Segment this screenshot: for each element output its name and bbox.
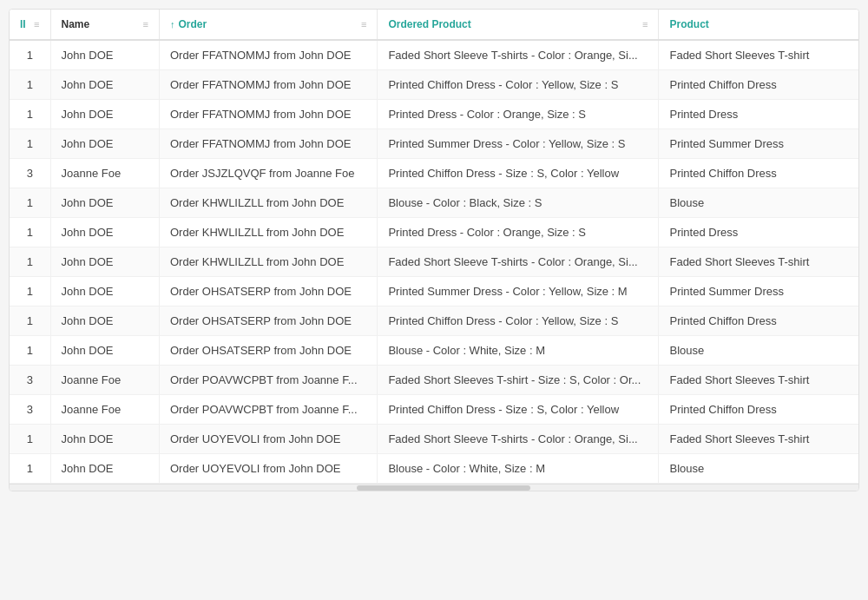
cell-id: 1 (10, 307, 50, 336)
cell-product: Printed Chiffon Dress (659, 395, 858, 425)
cell-order: Order OHSATSERP from John DOE (159, 336, 377, 366)
cell-name: John DOE (50, 218, 159, 247)
horizontal-scrollbar[interactable] (10, 484, 858, 491)
cell-name: Joanne Foe (50, 395, 159, 425)
scrollbar-thumb[interactable] (357, 485, 530, 491)
cell-product: Printed Chiffon Dress (659, 307, 858, 336)
col-order-header[interactable]: ↑ Order ≡ (159, 10, 377, 40)
cell-ordered-product: Printed Chiffon Dress - Color : Yellow, … (378, 70, 659, 100)
cell-order: Order KHWLILZLL from John DOE (159, 247, 377, 277)
table-header-row: II ≡ Name ≡ ↑ Order ≡ (10, 10, 858, 40)
cell-product: Blouse (659, 454, 858, 484)
cell-name: John DOE (50, 129, 159, 159)
cell-id: 1 (10, 425, 50, 454)
cell-id: 1 (10, 218, 50, 247)
cell-ordered-product: Printed Chiffon Dress - Size : S, Color … (378, 395, 659, 425)
cell-order: Order FFATNOMMJ from John DOE (159, 129, 377, 159)
table-row: 1John DOEOrder UOYEVOLI from John DOEFad… (10, 425, 858, 454)
table-row: 1John DOEOrder KHWLILZLL from John DOEFa… (10, 247, 858, 277)
cell-id: 3 (10, 395, 50, 425)
cell-product: Printed Summer Dress (659, 129, 858, 159)
cell-order: Order FFATNOMMJ from John DOE (159, 70, 377, 100)
id-header-label: II (20, 18, 26, 30)
table-row: 1John DOEOrder FFATNOMMJ from John DOEPr… (10, 100, 858, 129)
cell-id: 1 (10, 70, 50, 100)
cell-product: Faded Short Sleeves T-shirt (659, 366, 858, 395)
data-table: II ≡ Name ≡ ↑ Order ≡ (9, 9, 859, 491)
cell-ordered-product: Printed Dress - Color : Orange, Size : S (378, 100, 659, 129)
table-row: 1John DOEOrder FFATNOMMJ from John DOEPr… (10, 70, 858, 100)
cell-name: John DOE (50, 277, 159, 307)
cell-product: Printed Dress (659, 218, 858, 247)
cell-name: John DOE (50, 188, 159, 218)
order-filter-icon[interactable]: ≡ (361, 19, 366, 30)
cell-product: Printed Chiffon Dress (659, 159, 858, 188)
col-name-header[interactable]: Name ≡ (50, 10, 159, 40)
name-filter-icon[interactable]: ≡ (143, 19, 148, 30)
cell-id: 1 (10, 188, 50, 218)
cell-id: 1 (10, 277, 50, 307)
cell-name: John DOE (50, 336, 159, 366)
cell-ordered-product: Printed Chiffon Dress - Size : S, Color … (378, 159, 659, 188)
cell-order: Order UOYEVOLI from John DOE (159, 454, 377, 484)
cell-product: Blouse (659, 188, 858, 218)
cell-name: Joanne Foe (50, 366, 159, 395)
table-row: 1John DOEOrder UOYEVOLI from John DOEBlo… (10, 454, 858, 484)
table-row: 3Joanne FoeOrder JSJZLQVQF from Joanne F… (10, 159, 858, 188)
col-id-header[interactable]: II ≡ (10, 10, 50, 40)
cell-name: John DOE (50, 40, 159, 70)
cell-id: 1 (10, 454, 50, 484)
cell-product: Printed Dress (659, 100, 858, 129)
order-sort-icon[interactable]: ↑ (170, 19, 175, 30)
table-row: 1John DOEOrder KHWLILZLL from John DOEPr… (10, 218, 858, 247)
col-product-header[interactable]: Product (659, 10, 858, 40)
cell-product: Blouse (659, 336, 858, 366)
cell-name: John DOE (50, 247, 159, 277)
cell-ordered-product: Printed Summer Dress - Color : Yellow, S… (378, 277, 659, 307)
table-row: 3Joanne FoeOrder POAVWCPBT from Joanne F… (10, 366, 858, 395)
ordered-product-filter-icon[interactable]: ≡ (642, 19, 648, 30)
cell-order: Order FFATNOMMJ from John DOE (159, 40, 377, 70)
order-header-label: Order (178, 18, 207, 30)
cell-order: Order JSJZLQVQF from Joanne Foe (159, 159, 377, 188)
cell-order: Order POAVWCPBT from Joanne F... (159, 366, 377, 395)
cell-ordered-product: Printed Dress - Color : Orange, Size : S (378, 218, 659, 247)
cell-name: John DOE (50, 307, 159, 336)
cell-order: Order KHWLILZLL from John DOE (159, 188, 377, 218)
cell-id: 3 (10, 159, 50, 188)
cell-name: John DOE (50, 425, 159, 454)
cell-product: Faded Short Sleeves T-shirt (659, 40, 858, 70)
table-row: 1John DOEOrder OHSATSERP from John DOEBl… (10, 336, 858, 366)
table-body: 1John DOEOrder FFATNOMMJ from John DOEFa… (10, 40, 858, 484)
cell-product: Faded Short Sleeves T-shirt (659, 247, 858, 277)
cell-ordered-product: Faded Short Sleeves T-shirt - Size : S, … (378, 366, 659, 395)
col-ordered-product-header[interactable]: Ordered Product ≡ (378, 10, 659, 40)
cell-name: John DOE (50, 70, 159, 100)
cell-ordered-product: Faded Short Sleeve T-shirts - Color : Or… (378, 425, 659, 454)
cell-product: Faded Short Sleeves T-shirt (659, 425, 858, 454)
cell-name: John DOE (50, 100, 159, 129)
cell-order: Order POAVWCPBT from Joanne F... (159, 395, 377, 425)
table-row: 1John DOEOrder OHSATSERP from John DOEPr… (10, 307, 858, 336)
cell-id: 1 (10, 247, 50, 277)
cell-id: 3 (10, 366, 50, 395)
cell-ordered-product: Faded Short Sleeve T-shirts - Color : Or… (378, 40, 659, 70)
ordered-product-header-label: Ordered Product (388, 18, 470, 30)
cell-product: Printed Chiffon Dress (659, 70, 858, 100)
cell-product: Printed Summer Dress (659, 277, 858, 307)
table-row: 3Joanne FoeOrder POAVWCPBT from Joanne F… (10, 395, 858, 425)
cell-id: 1 (10, 336, 50, 366)
id-filter-icon[interactable]: ≡ (34, 19, 39, 30)
cell-ordered-product: Blouse - Color : Black, Size : S (378, 188, 659, 218)
cell-order: Order OHSATSERP from John DOE (159, 277, 377, 307)
cell-ordered-product: Blouse - Color : White, Size : M (378, 454, 659, 484)
cell-order: Order FFATNOMMJ from John DOE (159, 100, 377, 129)
cell-order: Order OHSATSERP from John DOE (159, 307, 377, 336)
cell-id: 1 (10, 100, 50, 129)
cell-order: Order KHWLILZLL from John DOE (159, 218, 377, 247)
cell-order: Order UOYEVOLI from John DOE (159, 425, 377, 454)
table-row: 1John DOEOrder FFATNOMMJ from John DOEFa… (10, 40, 858, 70)
table-row: 1John DOEOrder KHWLILZLL from John DOEBl… (10, 188, 858, 218)
table-row: 1John DOEOrder FFATNOMMJ from John DOEPr… (10, 129, 858, 159)
name-header-label: Name (62, 18, 90, 30)
